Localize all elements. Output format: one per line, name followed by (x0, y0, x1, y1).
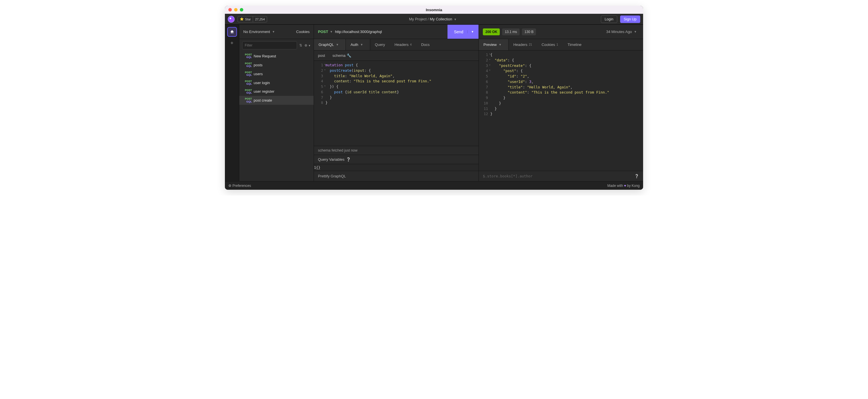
home-icon (230, 30, 235, 34)
request-item[interactable]: POSTGQL posts (239, 61, 314, 69)
send-label: Send (454, 30, 463, 34)
chevron-down-icon: ▼ (360, 43, 363, 46)
app-window: Insomnia ⭐Star 27,254 My Project / My Co… (225, 6, 643, 190)
method-selector[interactable]: POST (318, 30, 328, 34)
tab-timeline[interactable]: Timeline (563, 39, 587, 50)
request-item[interactable]: POSTGQL user login (239, 78, 314, 87)
chevron-down-icon: ▼ (634, 30, 637, 33)
response-time: 13.1 ms (502, 28, 520, 35)
chevron-down-icon: ▼ (272, 30, 275, 33)
made-with-love: Made with ♥ by Kong (607, 184, 640, 188)
request-name: post create (254, 98, 272, 102)
headers-count-badge: 4 (410, 43, 412, 46)
breadcrumb-collection[interactable]: My Collection (430, 17, 452, 21)
response-history-dropdown[interactable]: 34 Minutes Ago ▼ (606, 30, 639, 34)
tab-query[interactable]: Query (370, 39, 390, 50)
wrench-icon: 🔧 (347, 54, 351, 58)
star-count: 27,254 (253, 18, 267, 21)
breadcrumb-project[interactable]: My Project (409, 17, 427, 21)
add-workspace-button[interactable]: + (230, 40, 234, 46)
tab-response-cookies[interactable]: Cookies1 (537, 39, 563, 50)
url-bar: POST ▼ http://localhost:3000/graphql Sen… (314, 25, 478, 39)
bottombar: ⚙ Preferences Made with ♥ by Kong (225, 181, 643, 190)
left-rail: + (225, 25, 239, 181)
topbar: ⭐Star 27,254 My Project / My Collection … (225, 14, 643, 25)
request-item[interactable]: POSTGQL New Request (239, 52, 314, 61)
sidebar: No Environment ▼ Cookies ⇅ ⊕ ▼ POSTGQL N… (239, 25, 314, 181)
preferences-button[interactable]: ⚙ Preferences (228, 184, 251, 188)
gear-icon: ⚙ (228, 184, 231, 188)
url-input[interactable]: http://localhost:3000/graphql (335, 30, 447, 34)
send-button[interactable]: Send ▼ (447, 25, 478, 39)
request-item[interactable]: POSTGQL post create (239, 96, 314, 105)
cookies-count-badge: 1 (556, 43, 558, 46)
subtab-post[interactable]: post (318, 54, 325, 58)
tab-docs[interactable]: Docs (416, 39, 435, 50)
star-icon: ⭐ (240, 17, 244, 21)
chevron-down-icon: ▼ (499, 43, 501, 46)
request-list: POSTGQL New Request POSTGQL posts POSTGQ… (239, 52, 314, 181)
heart-icon: ♥ (624, 184, 626, 188)
environment-selector[interactable]: No Environment ▼ (243, 30, 277, 34)
status-badge: 200 OK (483, 28, 500, 35)
login-button[interactable]: Login (601, 15, 617, 23)
app-logo[interactable] (228, 16, 235, 23)
help-icon[interactable]: ❔ (346, 157, 351, 162)
response-pane: 200 OK 13.1 ms 130 B 34 Minutes Ago ▼ Pr… (479, 25, 643, 181)
subtab-schema[interactable]: schema 🔧 (333, 54, 351, 58)
chevron-down-icon: ▼ (336, 43, 339, 46)
home-button[interactable] (227, 27, 237, 37)
schema-status: schema fetched just now (314, 146, 478, 155)
help-icon[interactable]: ❔ (634, 174, 639, 178)
request-name: user register (254, 89, 274, 94)
query-variables-editor[interactable]: 1{} (314, 164, 478, 171)
request-name: user login (254, 81, 270, 85)
response-tabs: Preview ▼ Headers21 Cookies1 Timeline (479, 39, 643, 51)
jsonpath-placeholder: $.store.books[*].author (483, 174, 532, 178)
tab-auth[interactable]: Auth ▼ (346, 39, 370, 50)
chevron-down-icon[interactable]: ▼ (330, 30, 333, 33)
response-status-bar: 200 OK 13.1 ms 130 B 34 Minutes Ago ▼ (479, 25, 643, 39)
request-item[interactable]: POSTGQL users (239, 69, 314, 78)
request-pane: POST ▼ http://localhost:3000/graphql Sen… (314, 25, 479, 181)
github-star-badge[interactable]: ⭐Star 27,254 (238, 16, 267, 22)
query-editor[interactable]: 1▾mutation post { 2▾ postCreate(input: {… (314, 61, 478, 146)
chevron-down-icon[interactable]: ▼ (454, 18, 457, 21)
jsonpath-filter[interactable]: $.store.books[*].author ❔ (479, 171, 643, 181)
response-size: 130 B (522, 28, 536, 35)
request-tabs: GraphQL ▼ Auth ▼ Query Headers4 Docs (314, 39, 478, 51)
tab-response-headers[interactable]: Headers21 (509, 39, 537, 50)
environment-label: No Environment (243, 30, 270, 34)
window-title: Insomnia (225, 8, 643, 12)
response-body[interactable]: 1▾{ 2▾ "data": { 3▾ "postCreate": { 4▾ "… (479, 51, 643, 171)
tab-headers[interactable]: Headers4 (390, 39, 416, 50)
create-dropdown[interactable]: ⊕ ▼ (305, 43, 311, 47)
query-variables-header[interactable]: Query Variables ❔ (314, 155, 478, 164)
request-name: posts (254, 63, 262, 67)
star-label: Star (245, 18, 251, 21)
signup-button[interactable]: Sign Up (620, 15, 640, 23)
tab-graphql[interactable]: GraphQL ▼ (314, 39, 346, 50)
request-name: users (254, 72, 263, 76)
sort-button[interactable]: ⇅ (299, 43, 302, 47)
tab-preview[interactable]: Preview ▼ (479, 39, 509, 50)
send-dropdown[interactable]: ▼ (467, 30, 474, 33)
request-item[interactable]: POSTGQL user register (239, 87, 314, 96)
filter-input[interactable] (242, 41, 297, 49)
breadcrumb: My Project / My Collection ▼ (270, 17, 598, 21)
headers-count-badge: 21 (529, 43, 532, 46)
graphql-subtabs: post schema 🔧 (314, 51, 478, 61)
request-name: New Request (254, 54, 276, 58)
titlebar: Insomnia (225, 6, 643, 14)
cookies-button[interactable]: Cookies (296, 30, 310, 34)
prettify-button[interactable]: Prettify GraphQL (314, 171, 478, 181)
